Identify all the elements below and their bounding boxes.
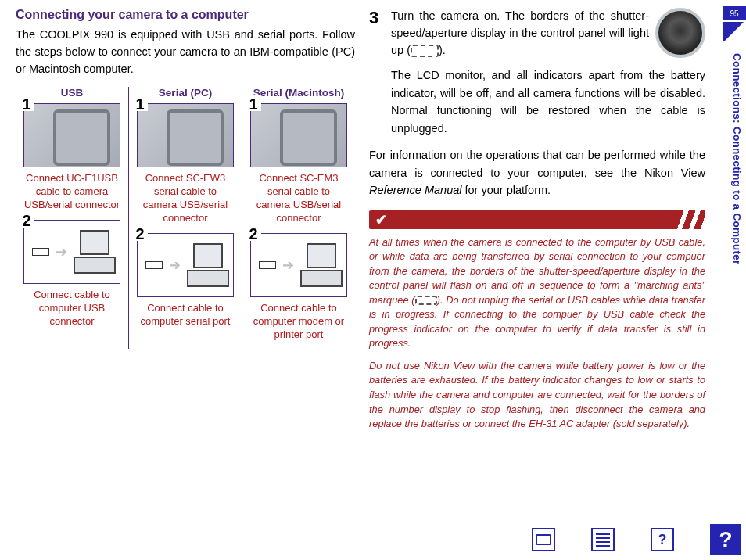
bottom-icons: ? ? (532, 524, 741, 555)
note2: Do not use Nikon View with the camera wh… (369, 359, 705, 432)
lens-icon (655, 8, 705, 58)
step-number: 1 (132, 95, 148, 111)
toc-nav-icon[interactable] (591, 528, 615, 551)
step-number: 2 (132, 225, 148, 241)
col-serial-pc: Serial (PC) 1 Connect SC-EW3 serial cabl… (128, 87, 242, 349)
step1-caption: Connect UC-E1USB cable to camera USB/ser… (23, 172, 120, 212)
connection-columns: USB 1 Connect UC-E1USB cable to camera U… (16, 87, 355, 349)
step1-caption: Connect SC-EM3 serial cable to camera US… (250, 172, 347, 225)
side-label: Connections: Connecting to a Computer (731, 53, 743, 265)
camera-illustration (137, 103, 234, 167)
step-number: 1 (246, 95, 261, 111)
side-tab: 95 Connections: Connecting to a Computer (715, 6, 746, 507)
col-head: Serial (PC) (137, 87, 234, 99)
note-bar: ✔ (369, 210, 705, 229)
camera-illustration (23, 103, 120, 167)
step2-caption: Connect cable to computer serial port (137, 302, 234, 328)
help-big-icon[interactable]: ? (710, 524, 741, 555)
step-number: 3 (369, 8, 385, 137)
marquee-icon (415, 296, 437, 305)
step2-caption: Connect cable to computer USB connector (23, 289, 120, 328)
step-number: 2 (19, 212, 34, 228)
camera-nav-icon[interactable] (532, 528, 555, 551)
step2-caption: Connect cable to computer modem or print… (250, 302, 347, 342)
step3: 3 Turn the camera on. The borders of the… (369, 8, 705, 137)
check-icon: ✔ (369, 210, 393, 229)
ref-b: for your platform. (462, 184, 551, 196)
ref-a: For information on the operations that c… (369, 149, 705, 178)
step-number: 2 (246, 225, 261, 241)
step-number: 1 (19, 95, 34, 111)
intro-text: The COOLPIX 990 is equipped with USB and… (16, 27, 355, 77)
marquee-icon (411, 45, 439, 57)
step1-caption: Connect SC-EW3 serial cable to camera US… (137, 172, 234, 225)
help-nav-icon[interactable]: ? (651, 528, 674, 551)
ref-em: Reference Manual (369, 184, 462, 196)
step3b-text: The LCD monitor, and all indicators apar… (391, 66, 705, 137)
computer-illustration: ➔ (250, 233, 347, 297)
col-serial-mac: Serial (Macintosh) 1 Connect SC-EM3 seri… (242, 87, 355, 349)
tab-wedge-icon (723, 22, 746, 41)
col-usb: USB 1 Connect UC-E1USB cable to camera U… (16, 87, 128, 349)
computer-illustration: ➔ (137, 233, 234, 297)
page-number: 95 (723, 6, 746, 20)
col-head: Serial (Macintosh) (250, 87, 347, 99)
col-head: USB (23, 87, 120, 99)
note1: At all times when the camera is connecte… (369, 235, 705, 351)
reference-para: For information on the operations that c… (369, 146, 705, 199)
camera-illustration (250, 103, 347, 167)
step3-text-end: ). (439, 44, 446, 56)
section-title: Connecting your camera to a computer (16, 8, 355, 22)
computer-illustration: ➔ (23, 220, 120, 284)
